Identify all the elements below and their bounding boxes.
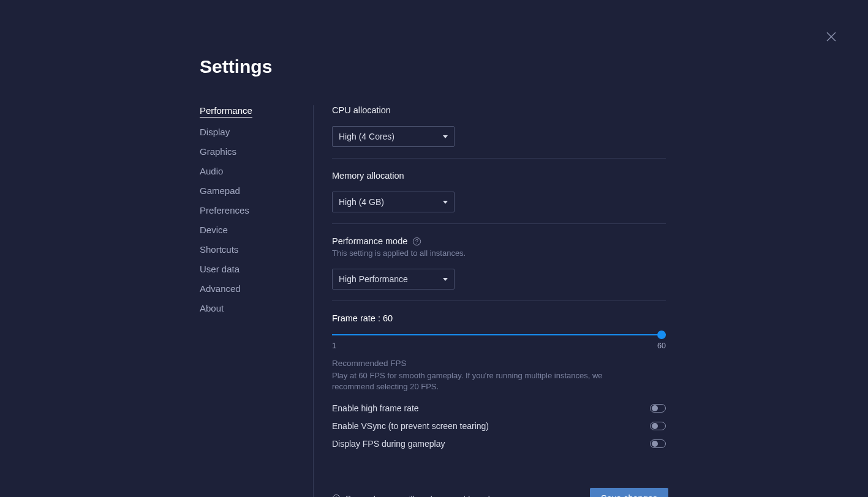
- frame-rate-section: Frame rate : 60 1 60 Recommended FPS Pla…: [332, 313, 666, 449]
- slider-thumb[interactable]: [657, 331, 666, 339]
- performance-mode-label: Performance mode: [332, 236, 407, 246]
- enable-vsync-label: Enable VSync (to prevent screen tearing): [332, 421, 489, 431]
- sidebar-item-about[interactable]: About: [200, 303, 224, 313]
- performance-mode-sublabel: This setting is applied to all instances…: [332, 248, 666, 258]
- display-fps-label: Display FPS during gameplay: [332, 439, 445, 449]
- sidebar: Performance Display Graphics Audio Gamep…: [200, 105, 314, 497]
- sidebar-item-performance[interactable]: Performance: [200, 105, 252, 118]
- cpu-allocation-label: CPU allocation: [332, 105, 666, 115]
- sidebar-item-shortcuts[interactable]: Shortcuts: [200, 244, 238, 255]
- frame-rate-slider[interactable]: [332, 331, 666, 339]
- sidebar-item-display[interactable]: Display: [200, 127, 230, 137]
- frame-rate-max: 60: [657, 342, 666, 350]
- sidebar-item-user-data[interactable]: User data: [200, 264, 240, 274]
- frame-rate-min: 1: [332, 342, 336, 350]
- sidebar-item-graphics[interactable]: Graphics: [200, 146, 236, 157]
- sidebar-item-preferences[interactable]: Preferences: [200, 205, 249, 215]
- sidebar-item-advanced[interactable]: Advanced: [200, 283, 241, 294]
- info-icon: [332, 494, 341, 497]
- recommended-fps-body: Play at 60 FPS for smooth gameplay. If y…: [332, 370, 644, 392]
- footer: Some changes will apply on next launch S…: [314, 461, 668, 497]
- settings-panel: Settings Performance Display Graphics Au…: [200, 56, 668, 497]
- cpu-allocation-value: High (4 Cores): [339, 132, 394, 141]
- footer-note: Some changes will apply on next launch: [332, 494, 492, 497]
- memory-allocation-select[interactable]: High (4 GB): [332, 192, 455, 212]
- chevron-down-icon: [443, 201, 448, 204]
- chevron-down-icon: [443, 135, 448, 138]
- page-title: Settings: [200, 56, 668, 77]
- cpu-allocation-select[interactable]: High (4 Cores): [332, 126, 455, 147]
- display-fps-toggle[interactable]: [650, 439, 666, 448]
- sidebar-item-device[interactable]: Device: [200, 225, 228, 235]
- enable-vsync-toggle[interactable]: [650, 422, 666, 430]
- enable-high-frame-label: Enable high frame rate: [332, 403, 419, 413]
- memory-allocation-section: Memory allocation High (4 GB): [332, 171, 666, 224]
- performance-mode-section: Performance mode This setting is applied…: [332, 236, 666, 301]
- close-icon[interactable]: [824, 29, 839, 44]
- save-changes-button[interactable]: Save changes: [590, 488, 668, 497]
- memory-allocation-label: Memory allocation: [332, 171, 666, 181]
- settings-content: CPU allocation High (4 Cores) Memory all…: [314, 105, 668, 461]
- chevron-down-icon: [443, 278, 448, 281]
- frame-rate-label: Frame rate : 60: [332, 313, 666, 323]
- recommended-fps-title: Recommended FPS: [332, 359, 666, 368]
- memory-allocation-value: High (4 GB): [339, 197, 384, 207]
- help-icon[interactable]: [412, 237, 421, 246]
- enable-high-frame-toggle[interactable]: [650, 404, 666, 413]
- performance-mode-value: High Performance: [339, 274, 408, 284]
- sidebar-item-audio[interactable]: Audio: [200, 166, 223, 176]
- performance-mode-select[interactable]: High Performance: [332, 269, 455, 290]
- sidebar-item-gamepad[interactable]: Gamepad: [200, 185, 240, 196]
- svg-point-3: [417, 243, 417, 244]
- cpu-allocation-section: CPU allocation High (4 Cores): [332, 105, 666, 159]
